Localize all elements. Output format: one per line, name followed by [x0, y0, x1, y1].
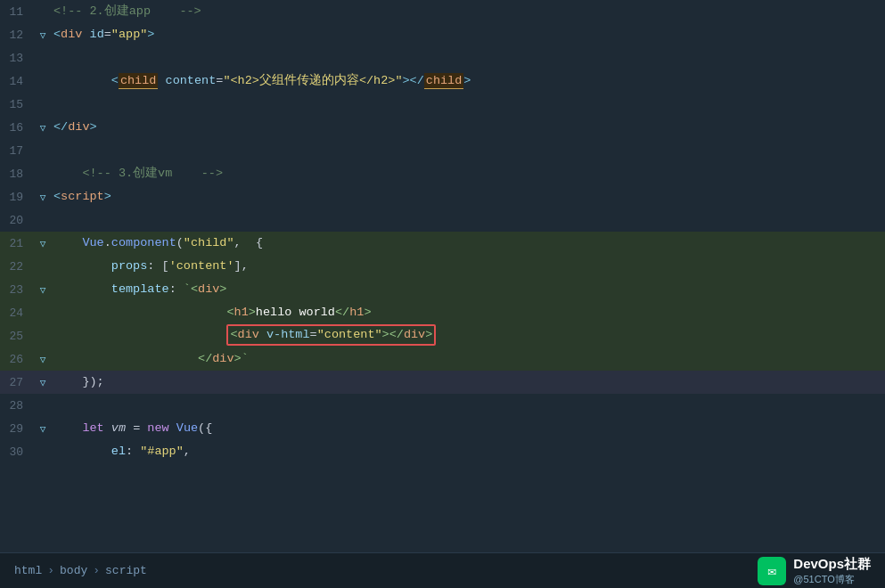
- line-number: 30: [0, 445, 36, 459]
- watermark-icon: ✉: [758, 557, 786, 585]
- breadcrumb-html: html: [14, 564, 42, 577]
- code-content: Vue.component("child", {: [50, 232, 263, 255]
- fold-icon[interactable]: ▽: [36, 192, 50, 203]
- line-number: 27: [0, 376, 36, 389]
- watermark-sub: @51CTO博客: [793, 573, 871, 586]
- code-line-17: 17: [0, 139, 885, 162]
- code-line-11: 11 <!-- 2.创建app -->: [0, 0, 885, 23]
- code-content: template: `<div>: [50, 278, 226, 301]
- code-line-23: 23 ▽ template: `<div>: [0, 278, 885, 301]
- status-bar: html › body › script ✉ DevOps社群 @51CTO博客: [0, 552, 885, 588]
- fold-icon[interactable]: ▽: [36, 29, 50, 41]
- fold-icon[interactable]: ▽: [36, 284, 50, 296]
- line-number: 24: [0, 306, 36, 320]
- code-line-22: 22 props: ['content'],: [0, 255, 885, 278]
- code-line-28: 28: [0, 394, 885, 417]
- code-content: <h1>hello world</h1>: [50, 301, 372, 324]
- fold-icon[interactable]: ▽: [36, 238, 50, 249]
- code-content: <!-- 2.创建app -->: [50, 0, 201, 23]
- fold-icon[interactable]: ▽: [36, 423, 50, 435]
- code-content: <script>: [50, 185, 111, 208]
- breadcrumb-sep-1: ›: [47, 564, 54, 577]
- line-number: 23: [0, 283, 36, 297]
- code-line-27: 27 ▽ });: [0, 371, 885, 394]
- line-number: 29: [0, 422, 36, 436]
- breadcrumb: html › body › script: [14, 564, 147, 577]
- line-number: 20: [0, 214, 36, 227]
- code-content: props: ['content'],: [50, 255, 249, 278]
- code-line-16: 16 ▽ </div>: [0, 116, 885, 139]
- fold-icon[interactable]: ▽: [36, 354, 50, 365]
- fold-icon[interactable]: ▽: [36, 122, 50, 134]
- code-content: <div v-html="content"></div>: [50, 324, 436, 347]
- breadcrumb-sep-2: ›: [93, 564, 100, 577]
- watermark-title: DevOps社群: [793, 556, 871, 573]
- line-number: 14: [0, 75, 36, 88]
- code-line-19: 19 ▽ <script>: [0, 185, 885, 208]
- code-line-29: 29 ▽ let vm = new Vue({: [0, 417, 885, 440]
- code-content: <child content="<h2>父组件传递的内容</h2>"></chi…: [50, 69, 471, 93]
- line-number: 12: [0, 29, 36, 42]
- code-line-13: 13: [0, 46, 885, 69]
- watermark-text: DevOps社群 @51CTO博客: [793, 556, 871, 586]
- code-line-15: 15: [0, 93, 885, 116]
- code-content: </div>: [50, 116, 97, 139]
- code-content: });: [50, 371, 104, 394]
- line-number: 17: [0, 144, 36, 158]
- line-number: 19: [0, 191, 36, 204]
- line-number: 28: [0, 399, 36, 412]
- line-number: 26: [0, 353, 36, 366]
- code-line-20: 20: [0, 208, 885, 232]
- code-line-26: 26 ▽ </div>`: [0, 347, 885, 371]
- code-line-12: 12 ▽ <div id="app">: [0, 23, 885, 46]
- line-number: 21: [0, 237, 36, 250]
- code-line-18: 18 <!-- 3.创建vm -->: [0, 162, 885, 185]
- line-number: 15: [0, 98, 36, 111]
- code-line-25: 25 <div v-html="content"></div>: [0, 324, 885, 347]
- code-content: <!-- 3.创建vm -->: [50, 162, 223, 185]
- line-number: 16: [0, 121, 36, 135]
- line-number: 13: [0, 52, 36, 65]
- line-number: 11: [0, 5, 36, 19]
- watermark: ✉ DevOps社群 @51CTO博客: [758, 556, 871, 586]
- code-editor: 11 <!-- 2.创建app --> 12 ▽ <div id="app"> …: [0, 0, 885, 552]
- code-content: </div>`: [50, 347, 249, 371]
- breadcrumb-script: script: [105, 564, 147, 577]
- code-content: el: "#app",: [50, 440, 191, 463]
- code-line-30: 30 el: "#app",: [0, 440, 885, 463]
- code-content: <div id="app">: [50, 23, 154, 46]
- line-number: 22: [0, 260, 36, 274]
- line-number: 25: [0, 330, 36, 343]
- code-line-21: 21 ▽ Vue.component("child", {: [0, 232, 885, 255]
- fold-icon[interactable]: ▽: [36, 377, 50, 388]
- code-line-14: 14 <child content="<h2>父组件传递的内容</h2>"></…: [0, 69, 885, 93]
- line-number: 18: [0, 167, 36, 181]
- breadcrumb-body: body: [60, 564, 87, 577]
- code-line-24: 24 <h1>hello world</h1>: [0, 301, 885, 324]
- code-content: let vm = new Vue({: [50, 417, 212, 440]
